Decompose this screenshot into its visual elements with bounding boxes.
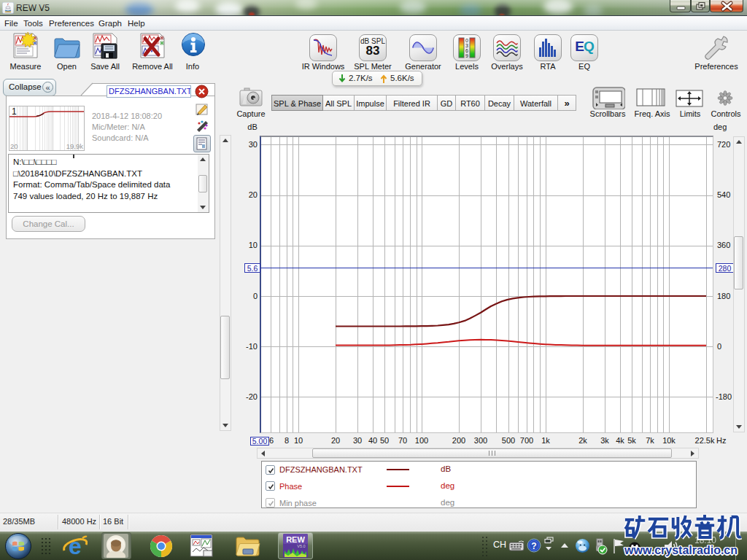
- svg-text:REW: REW: [286, 535, 305, 544]
- svg-text:?: ?: [531, 541, 536, 551]
- svg-text:V5.0: V5.0: [297, 544, 305, 548]
- svg-text:e: e: [69, 534, 82, 559]
- svg-text:3: 3: [465, 43, 468, 48]
- svg-text:9: 9: [465, 53, 468, 58]
- svg-text:0: 0: [465, 38, 468, 43]
- svg-text:6: 6: [465, 48, 468, 53]
